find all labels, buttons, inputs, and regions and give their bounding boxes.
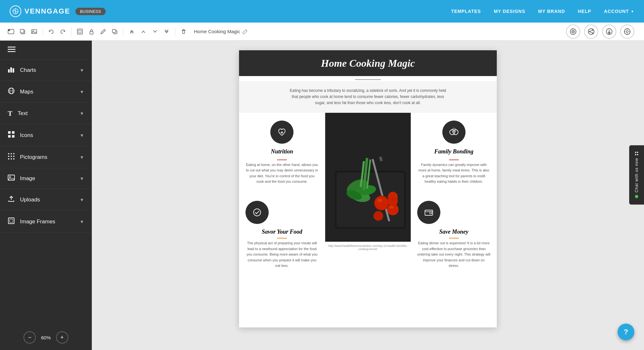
savor-divider	[277, 238, 287, 238]
right-column: Family Bonding Family dynamics can great…	[411, 113, 497, 300]
main-layout: Charts ▼ Maps ▼ T Text ▼	[0, 41, 644, 350]
svg-rect-55	[8, 218, 14, 224]
nav-account[interactable]: ACCOUNT ▼	[604, 9, 634, 14]
infographic-intro: Eating has become a tributary to sociali…	[239, 81, 497, 113]
food-image	[325, 113, 411, 242]
sidebar-item-icons[interactable]: Icons ▼	[0, 124, 92, 146]
sidebar-menu-toggle[interactable]	[0, 41, 92, 60]
sidebar-item-maps[interactable]: Maps ▼	[0, 81, 92, 103]
share-button[interactable]	[584, 24, 598, 39]
save-money-text: Eating dinner out is expensive! It is a …	[417, 240, 490, 269]
chat-menu-icon	[635, 152, 638, 155]
nutrition-icon-circle	[270, 121, 293, 144]
svg-rect-40	[8, 131, 11, 134]
chat-side-tab[interactable]: Chat with us now	[629, 145, 644, 205]
savor-icon-circle	[245, 201, 269, 224]
food-svg	[325, 113, 411, 242]
left-column: Nutrition Eating at home, on the other h…	[239, 113, 325, 300]
document-title: Home Cooking Magic	[194, 29, 240, 34]
pictogram-icon	[8, 153, 15, 161]
charts-label: Charts	[20, 67, 36, 73]
delete-icon[interactable]	[179, 27, 188, 36]
top-navigation: VENNGAGE BUSINESS TEMPLATES MY DESIGNS M…	[0, 0, 644, 23]
text-label: Text	[18, 110, 28, 117]
icons-chevron: ▼	[80, 133, 84, 138]
svg-rect-34	[8, 69, 10, 73]
tab-icon[interactable]	[6, 27, 15, 36]
download-button[interactable]	[602, 24, 616, 39]
image-frames-label: Image Frames	[20, 219, 55, 225]
maps-chevron: ▼	[80, 89, 84, 94]
svg-rect-35	[10, 67, 12, 73]
nav-my-designs[interactable]: MY DESIGNS	[494, 9, 525, 14]
zoom-out-button[interactable]: −	[24, 331, 36, 344]
logo[interactable]: VENNGAGE	[10, 5, 70, 17]
sidebar-item-image[interactable]: Image ▼	[0, 168, 92, 189]
canvas-area[interactable]: Home Cooking Magic Eating has become a t…	[92, 41, 644, 350]
svg-point-52	[13, 158, 14, 160]
sidebar-item-uploads[interactable]: Uploads ▼	[0, 189, 92, 211]
bar-chart-icon	[8, 66, 15, 74]
divider-4	[175, 28, 175, 35]
business-badge[interactable]: BUSINESS	[75, 8, 106, 15]
sidebar-item-charts[interactable]: Charts ▼	[0, 60, 92, 81]
sidebar-item-pictograms[interactable]: Pictograms ▼	[0, 146, 92, 168]
svg-rect-79	[430, 212, 432, 214]
move-up-icon[interactable]	[139, 27, 148, 36]
header-bar-right	[445, 50, 497, 76]
uploads-label: Uploads	[20, 197, 40, 203]
svg-point-50	[8, 158, 9, 160]
svg-rect-12	[112, 29, 116, 33]
icons-label: Icons	[20, 132, 33, 139]
nav-templates[interactable]: TEMPLATES	[451, 9, 481, 14]
frame-icon[interactable]	[75, 27, 84, 36]
edit-icon[interactable]	[99, 27, 108, 36]
wallet-icon	[424, 208, 434, 217]
nutrition-divider	[277, 160, 287, 160]
save-money-icon-circle	[417, 201, 440, 224]
savor-title: Savor Your Food	[245, 228, 319, 235]
svg-rect-43	[12, 135, 14, 138]
copy-icon[interactable]	[18, 27, 27, 36]
infographic-header: Home Cooking Magic	[239, 50, 497, 76]
frames-icon	[8, 217, 15, 226]
svg-rect-41	[12, 131, 14, 134]
image-sidebar-icon	[8, 175, 15, 182]
family-divider	[449, 160, 459, 160]
lock-icon[interactable]	[87, 27, 96, 36]
family-bonding-text: Family dynamics can greatly improve with…	[417, 162, 490, 185]
help-button[interactable]: ?	[618, 324, 634, 340]
heart-icon	[277, 127, 287, 137]
svg-point-46	[13, 153, 14, 154]
duplicate-icon[interactable]	[110, 27, 119, 36]
nav-help[interactable]: HELP	[578, 9, 591, 14]
svg-point-45	[11, 153, 12, 154]
move-down-icon[interactable]	[150, 27, 159, 36]
zoom-controls: − 60% +	[0, 331, 92, 344]
save-money-title: Save Money	[417, 228, 490, 235]
move-top-icon[interactable]	[127, 27, 136, 36]
sidebar-item-image-frames[interactable]: Image Frames ▼	[0, 211, 92, 233]
zoom-in-button[interactable]: +	[56, 331, 68, 344]
svg-point-16	[573, 31, 574, 32]
nav-my-brand[interactable]: MY BRAND	[538, 9, 565, 14]
toolbar: Home Cooking Magic	[0, 23, 644, 41]
family-icon-circle	[442, 121, 466, 144]
sidebar-item-text[interactable]: T Text ▼	[0, 103, 92, 124]
checkmark-icon	[252, 208, 262, 217]
svg-point-49	[13, 156, 14, 157]
infographic-canvas: Home Cooking Magic Eating has become a t…	[239, 50, 497, 327]
preview-button[interactable]	[566, 24, 580, 39]
image-icon[interactable]	[30, 27, 39, 36]
intro-text: Eating has become a tributary to sociali…	[287, 88, 448, 106]
undo-icon[interactable]	[47, 27, 56, 36]
divider-3	[123, 28, 123, 35]
edit-title-icon[interactable]	[243, 29, 248, 34]
move-bottom-icon[interactable]	[162, 27, 171, 36]
svg-rect-3	[8, 29, 10, 31]
svg-rect-53	[8, 175, 14, 180]
settings-button[interactable]	[620, 24, 634, 39]
divider-2	[71, 28, 72, 35]
redo-icon[interactable]	[58, 27, 67, 36]
svg-point-72	[373, 211, 383, 221]
